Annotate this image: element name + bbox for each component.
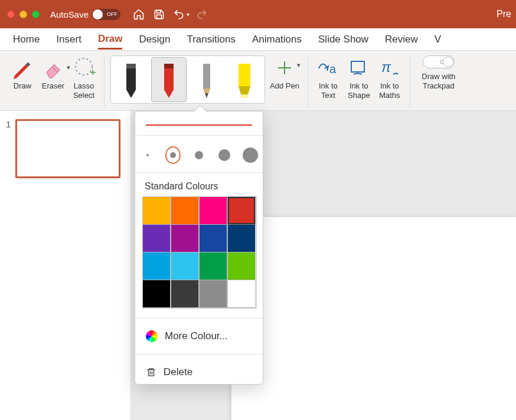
colour-grid (142, 196, 257, 309)
ribbon-separator (410, 57, 410, 107)
lasso-icon: + (72, 55, 96, 80)
ribbon-tabs: Home Insert Draw Design Transitions Anim… (0, 28, 516, 51)
colour-swatch-cyan[interactable] (142, 252, 171, 280)
colour-swatch-navy[interactable] (227, 224, 256, 252)
colour-swatch-orange[interactable] (171, 196, 199, 225)
colour-swatch-black[interactable] (142, 280, 171, 308)
slide-number: 1 (6, 119, 11, 129)
svg-rect-1 (156, 15, 161, 18)
plus-icon: ▾ (276, 55, 293, 80)
thickness-m[interactable] (191, 146, 206, 164)
svg-rect-13 (241, 94, 248, 98)
pencil-gray[interactable] (189, 57, 224, 102)
zoom-window-button[interactable] (32, 11, 40, 18)
more-colours-label: More Colour... (165, 330, 228, 342)
tab-home[interactable]: Home (13, 30, 40, 49)
ribbon-separator (104, 57, 104, 107)
colour-swatch-amber[interactable] (142, 196, 171, 225)
draw-pen-icon (11, 55, 34, 80)
add-pen-button[interactable]: ▾ Add Pen (267, 54, 302, 92)
svg-text:+: + (90, 67, 96, 78)
colour-swatch-lightblue[interactable] (171, 252, 199, 280)
app-title: Pre (497, 9, 511, 19)
ink-to-shape-button[interactable]: Ink to Shape (345, 54, 373, 101)
colour-swatch-green[interactable] (199, 252, 227, 280)
close-window-button[interactable] (7, 11, 15, 18)
colour-swatch-purple[interactable] (171, 224, 199, 252)
delete-pen-button[interactable]: Delete (135, 360, 263, 384)
ink-to-text-icon: a (316, 55, 340, 80)
autosave-toggle[interactable]: OFF (92, 9, 120, 20)
undo-chevron-icon[interactable]: ▾ (187, 11, 190, 18)
home-icon[interactable] (132, 8, 145, 21)
delete-label: Delete (164, 366, 192, 378)
svg-text:a: a (329, 63, 337, 76)
colour-swatch-lime[interactable] (227, 252, 256, 280)
more-colours-button[interactable]: More Colour... (135, 324, 263, 348)
trackpad-toggle[interactable]: OFF (423, 55, 455, 68)
stroke-preview (146, 124, 252, 126)
trash-icon (146, 367, 156, 378)
eraser-icon (42, 57, 64, 79)
pen-options-popup: Standard Colours More Colour... (135, 111, 263, 385)
ink-to-maths-icon: π (379, 55, 400, 80)
svg-rect-17 (351, 61, 364, 72)
eraser-button[interactable]: ▾ Eraser (39, 54, 67, 92)
autosave-label: AutoSave (50, 9, 89, 19)
standard-colours-label: Standard Colours (145, 181, 256, 192)
colour-swatch-gray[interactable] (199, 280, 227, 308)
draw-with-trackpad-button[interactable]: OFF Draw with Trackpad (416, 54, 461, 91)
colour-swatch-darkgray[interactable] (171, 280, 199, 308)
svg-rect-11 (239, 64, 250, 86)
thickness-s[interactable] (165, 146, 181, 164)
tab-view-fragment[interactable]: V (435, 30, 441, 49)
tab-design[interactable]: Design (139, 30, 170, 49)
chevron-down-icon: ▾ (67, 64, 70, 71)
ink-to-text-button[interactable]: a Ink to Text (314, 54, 342, 101)
ribbon-separator (308, 57, 308, 107)
undo-icon[interactable] (172, 8, 185, 21)
thickness-xs[interactable] (140, 146, 155, 164)
tab-animations[interactable]: Animations (252, 30, 302, 49)
thickness-xl[interactable] (243, 146, 258, 164)
thickness-options (135, 135, 263, 173)
colour-swatch-violet[interactable] (142, 224, 171, 252)
titlebar: AutoSave OFF ▾ Pre (0, 0, 516, 28)
svg-marker-12 (239, 86, 250, 94)
svg-marker-4 (126, 64, 136, 98)
pen-red[interactable] (151, 57, 187, 102)
colour-swatch-blue[interactable] (199, 224, 227, 252)
colour-swatch-white[interactable] (227, 280, 256, 308)
tab-draw[interactable]: Draw (98, 29, 123, 50)
tab-insert[interactable]: Insert (56, 30, 81, 49)
pen-black[interactable] (113, 57, 149, 102)
colour-swatch-red[interactable] (227, 196, 256, 225)
slide-thumbnail-1[interactable]: 1 (6, 119, 125, 178)
slide-thumb (15, 119, 120, 178)
lasso-select-button[interactable]: + Lasso Select (70, 54, 98, 101)
thickness-l[interactable] (217, 146, 232, 164)
svg-rect-7 (164, 64, 174, 68)
svg-rect-19 (149, 370, 154, 376)
minimize-window-button[interactable] (19, 11, 27, 18)
colour-swatch-magenta[interactable] (199, 196, 227, 225)
ink-to-shape-icon (348, 55, 370, 80)
highlighter-yellow[interactable] (227, 57, 262, 102)
tab-transitions[interactable]: Transitions (187, 30, 236, 49)
tab-review[interactable]: Review (385, 30, 418, 49)
ink-to-maths-button[interactable]: π Ink to Maths (375, 54, 404, 101)
autosave-control[interactable]: AutoSave OFF (50, 9, 120, 20)
draw-tool-button[interactable]: Draw (8, 54, 37, 92)
save-icon[interactable] (152, 8, 165, 21)
chevron-down-icon: ▾ (297, 61, 301, 69)
svg-text:π: π (381, 59, 391, 75)
svg-rect-0 (156, 10, 160, 13)
redo-icon[interactable] (195, 8, 208, 21)
colour-wheel-icon (146, 330, 158, 342)
slide-canvas[interactable] (231, 217, 516, 420)
pen-gallery (110, 55, 265, 104)
svg-marker-10 (205, 93, 208, 98)
ribbon-toolbar: Draw ▾ Eraser + Lasso Select (0, 51, 516, 111)
tab-slide-show[interactable]: Slide Show (318, 30, 368, 49)
window-controls (7, 11, 40, 18)
